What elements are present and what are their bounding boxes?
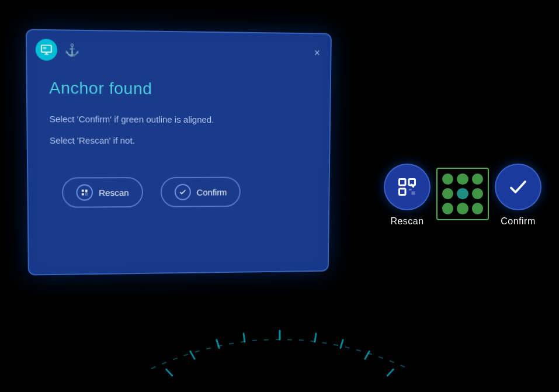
svg-line-13 bbox=[387, 368, 393, 376]
svg-rect-1 bbox=[43, 47, 46, 49]
rescan-icon bbox=[81, 188, 89, 196]
grid-dot-3 bbox=[472, 174, 483, 185]
svg-line-10 bbox=[315, 334, 316, 342]
svg-line-12 bbox=[364, 351, 369, 359]
monitor-icon bbox=[40, 44, 53, 56]
anchor-dialog: ⚓ × Anchor found Select 'Confirm' if gre… bbox=[26, 29, 332, 276]
svg-line-7 bbox=[190, 351, 194, 359]
rescan-circle-button[interactable] bbox=[384, 164, 430, 210]
dialog-actions: Rescan Confirm bbox=[50, 176, 308, 208]
confirm-label: Confirm bbox=[197, 187, 227, 197]
grid-dot-8 bbox=[457, 203, 468, 214]
svg-line-8 bbox=[216, 340, 218, 348]
dialog-instruction-2: Select 'Rescan' if not. bbox=[50, 133, 309, 148]
confirm-control-label: Confirm bbox=[501, 216, 536, 227]
grid-dot-4 bbox=[442, 188, 453, 199]
gaze-arc bbox=[105, 263, 455, 380]
rescan-control-label: Rescan bbox=[390, 216, 423, 227]
confirm-button-dialog[interactable]: Confirm bbox=[161, 177, 241, 207]
close-button[interactable]: × bbox=[314, 47, 320, 58]
grid-dot-1 bbox=[442, 174, 453, 185]
title-icon bbox=[36, 39, 58, 61]
svg-line-6 bbox=[166, 368, 172, 376]
dialog-instruction-1: Select 'Confirm' if green outline is ali… bbox=[49, 112, 309, 127]
grid-dot-center bbox=[457, 188, 468, 199]
rescan-control: Rescan bbox=[384, 164, 430, 227]
dialog-titlebar: ⚓ × bbox=[27, 30, 331, 70]
anchor-icon: ⚓ bbox=[64, 43, 79, 57]
confirm-checkmark-icon bbox=[508, 176, 529, 197]
confirm-icon-container bbox=[175, 184, 191, 200]
right-controls: Rescan Confirm bbox=[384, 164, 541, 227]
titlebar-left: ⚓ bbox=[36, 39, 80, 61]
rescan-label: Rescan bbox=[99, 188, 129, 197]
svg-line-9 bbox=[244, 334, 245, 342]
confirm-circle-button[interactable] bbox=[495, 164, 541, 210]
confirm-control: Confirm bbox=[495, 164, 541, 227]
grid-dot-6 bbox=[472, 188, 483, 199]
dialog-body: Anchor found Select 'Confirm' if green o… bbox=[27, 67, 331, 226]
svg-rect-4 bbox=[400, 189, 406, 195]
rescan-icon-container bbox=[76, 184, 93, 200]
grid-dot-7 bbox=[442, 203, 453, 214]
svg-rect-2 bbox=[400, 179, 406, 186]
checkmark-icon bbox=[179, 188, 187, 196]
rescan-circle-icon bbox=[397, 176, 418, 197]
dialog-title: Anchor found bbox=[49, 79, 310, 100]
rescan-button[interactable]: Rescan bbox=[62, 177, 143, 208]
anchor-grid-visual bbox=[436, 168, 489, 220]
svg-line-11 bbox=[340, 340, 342, 348]
grid-dot-2 bbox=[457, 174, 468, 185]
grid-dot-9 bbox=[472, 203, 483, 214]
